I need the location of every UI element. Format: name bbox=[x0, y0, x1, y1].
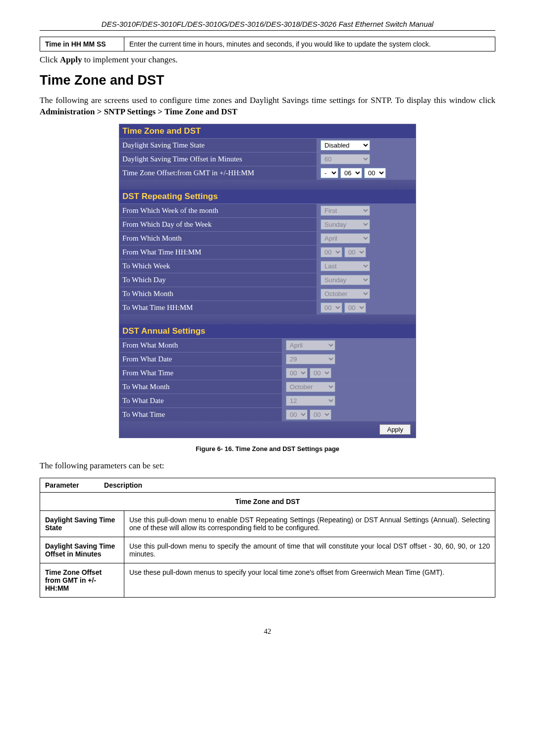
param-desc: Use this pull-down menu to enable DST Re… bbox=[124, 510, 495, 537]
dropdown[interactable]: 00 bbox=[364, 168, 386, 178]
time-in-hhmmss-table: Time in HH MM SS Enter the current time … bbox=[40, 37, 495, 51]
table-row: Time Zone Offset from GMT in +/- HH:MMUs… bbox=[40, 563, 495, 597]
apply-word: Apply bbox=[60, 55, 82, 64]
row-label: To What Time HH:MM bbox=[119, 302, 317, 314]
panel-row: To Which MonthOctober bbox=[119, 287, 416, 301]
dropdown: 00 bbox=[344, 302, 366, 313]
row-control: 0000 bbox=[282, 366, 416, 380]
row-control: 0000 bbox=[317, 246, 416, 259]
dropdown: 00 bbox=[286, 368, 308, 378]
panel-row: From What MonthApril bbox=[119, 338, 416, 352]
apply-instruction: Click Apply to implement your changes. bbox=[40, 54, 495, 66]
dropdown: Sunday bbox=[321, 219, 370, 230]
panel-row: From What Time HH:MM0000 bbox=[119, 245, 416, 259]
dropdown: 12 bbox=[286, 396, 335, 406]
table-header-row: Parameter Description bbox=[40, 478, 495, 492]
panel-row: Daylight Saving Time Offset in Minutes60 bbox=[119, 152, 416, 166]
row-label: To Which Week bbox=[119, 260, 317, 272]
row-label: To What Date bbox=[119, 395, 282, 407]
row-label: Daylight Saving Time State bbox=[119, 139, 317, 151]
dropdown: 00 bbox=[321, 247, 342, 257]
row-control: 60 bbox=[317, 152, 416, 166]
dropdown[interactable]: Disabled bbox=[321, 140, 370, 151]
param-desc: Use these pull-down menus to specify you… bbox=[124, 563, 495, 597]
dropdown[interactable]: 06 bbox=[340, 168, 362, 178]
dropdown: Sunday bbox=[321, 275, 370, 285]
text: to implement your changes. bbox=[84, 55, 178, 64]
row-control: 0000 bbox=[317, 301, 416, 314]
figure-caption: Figure 6- 16. Time Zone and DST Settings… bbox=[40, 445, 495, 453]
header-cell: Parameter Description bbox=[40, 478, 495, 492]
panel-row: From What Time0000 bbox=[119, 366, 416, 380]
param-label: Daylight Saving Time State bbox=[40, 510, 124, 537]
apply-row: Apply bbox=[119, 421, 416, 438]
row-label: From What Time bbox=[119, 367, 282, 379]
row-label: From What Month bbox=[119, 339, 282, 352]
param-header: Parameter bbox=[45, 481, 79, 489]
dropdown: 29 bbox=[286, 354, 335, 364]
row-label: To Which Month bbox=[119, 288, 317, 300]
row-label: Daylight Saving Time Offset in Minutes bbox=[119, 153, 317, 165]
rows-top-container: Daylight Saving Time StateDisabledDaylig… bbox=[119, 138, 416, 180]
rows-repeat-container: From Which Week of the monthFirstFrom Wh… bbox=[119, 203, 416, 314]
row-control: 29 bbox=[282, 353, 416, 366]
row-desc: Enter the current time in hours, minutes… bbox=[124, 37, 495, 51]
panel-row: To What Time0000 bbox=[119, 407, 416, 421]
config-panel: Time Zone and DST Daylight Saving Time S… bbox=[119, 124, 416, 438]
text: Click bbox=[40, 55, 60, 64]
dropdown: 00 bbox=[286, 409, 308, 420]
row-label: From Which Day of the Week bbox=[119, 218, 317, 231]
row-control: October bbox=[282, 380, 416, 394]
panel-row: To What Time HH:MM0000 bbox=[119, 301, 416, 314]
panel-header-annual: DST Annual Settings bbox=[119, 324, 416, 338]
panel-row: From Which Week of the monthFirst bbox=[119, 203, 416, 217]
panel-row: To What MonthOctober bbox=[119, 380, 416, 394]
page-number: 42 bbox=[40, 627, 495, 636]
row-label: Time Zone Offset:from GMT in +/-HH:MM bbox=[119, 167, 317, 179]
row-control: October bbox=[317, 287, 416, 301]
row-control: April bbox=[317, 232, 416, 245]
apply-button[interactable]: Apply bbox=[379, 424, 411, 435]
panel-row: From Which Day of the WeekSunday bbox=[119, 217, 416, 231]
param-label: Daylight Saving Time Offset in Minutes bbox=[40, 537, 124, 563]
dropdown: First bbox=[321, 205, 370, 216]
param-label: Time Zone Offset from GMT in +/- HH:MM bbox=[40, 563, 124, 597]
dropdown: April bbox=[321, 233, 370, 244]
row-label: From Which Month bbox=[119, 232, 317, 245]
desc-header: Description bbox=[104, 481, 142, 489]
row-label: From What Time HH:MM bbox=[119, 246, 317, 258]
panel-header-repeat: DST Repeating Settings bbox=[119, 190, 416, 203]
row-label: To What Month bbox=[119, 381, 282, 393]
nav-path: Administration > SNTP Settings > Time Zo… bbox=[40, 107, 237, 116]
document-header: DES-3010F/DES-3010FL/DES-3010G/DES-3016/… bbox=[40, 20, 495, 31]
panel-header-tzdst: Time Zone and DST bbox=[119, 124, 416, 138]
dropdown: 00 bbox=[321, 302, 342, 313]
panel-row: To What Date12 bbox=[119, 394, 416, 407]
row-label: To Which Day bbox=[119, 274, 317, 286]
panel-spacer bbox=[119, 180, 416, 190]
dropdown: 00 bbox=[344, 247, 366, 257]
row-control: April bbox=[282, 339, 416, 352]
row-label: To What Time bbox=[119, 408, 282, 421]
dropdown: 00 bbox=[310, 409, 331, 420]
row-label: From Which Week of the month bbox=[119, 204, 317, 217]
text: The following are screens used to config… bbox=[40, 96, 495, 105]
section-title: Time Zone and DST bbox=[40, 492, 495, 510]
row-control: Disabled bbox=[317, 139, 416, 152]
param-desc: Use this pull-down menu to specify the a… bbox=[124, 537, 495, 563]
section-heading: Time Zone and DST bbox=[40, 73, 495, 88]
panel-row: Time Zone Offset:from GMT in +/-HH:MM-06… bbox=[119, 166, 416, 180]
panel-row: To Which WeekLast bbox=[119, 259, 416, 273]
table-section-row: Time Zone and DST bbox=[40, 492, 495, 510]
row-control: 0000 bbox=[282, 408, 416, 421]
row-label: From What Date bbox=[119, 353, 282, 365]
dropdown: October bbox=[321, 289, 370, 299]
panel-row: Daylight Saving Time StateDisabled bbox=[119, 138, 416, 152]
dropdown[interactable]: - bbox=[321, 168, 338, 178]
rows-annual-container: From What MonthAprilFrom What Date29From… bbox=[119, 338, 416, 421]
row-control: First bbox=[317, 204, 416, 217]
panel-row: From Which MonthApril bbox=[119, 231, 416, 245]
dropdown: April bbox=[286, 340, 335, 351]
table-row: Time in HH MM SS Enter the current time … bbox=[40, 37, 495, 51]
params-intro: The following parameters can be set: bbox=[40, 460, 495, 472]
